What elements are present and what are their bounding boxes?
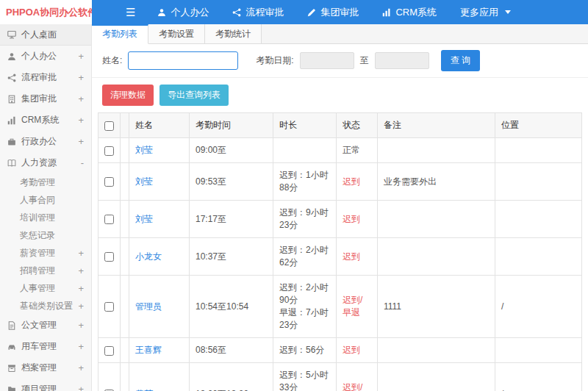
column-header-3: 状态 xyxy=(337,113,378,138)
position-cell xyxy=(495,138,582,163)
employee-name-link[interactable]: 刘莹 xyxy=(135,145,153,155)
employee-name-link[interactable]: 小龙女 xyxy=(135,251,162,262)
tab-bar: 考勤列表考勤设置考勤统计 xyxy=(92,24,588,44)
position-cell xyxy=(495,201,582,238)
sidebar-item-15[interactable]: 公文管理+ xyxy=(0,315,91,336)
expand-toggle-icon[interactable]: + xyxy=(78,341,84,352)
sidebar-item-5[interactable]: 行政办公+ xyxy=(0,131,91,152)
caret-down-icon xyxy=(505,10,511,14)
sidebar-item-13[interactable]: 人事管理+ xyxy=(0,279,91,297)
nav-item-4[interactable]: 更多应用 xyxy=(448,0,523,24)
expand-toggle-icon[interactable]: + xyxy=(78,265,84,276)
expand-toggle-icon[interactable]: + xyxy=(78,93,84,104)
note-cell xyxy=(378,363,495,391)
sidebar-item-2[interactable]: 流程审批+ xyxy=(0,67,91,88)
sidebar-item-14[interactable]: 基础类别设置+ xyxy=(0,297,91,315)
duration-cell: 迟到：2小时90分 早退：7小时23分 xyxy=(273,276,337,338)
expand-toggle-icon[interactable]: + xyxy=(78,362,84,373)
sidebar-item-7[interactable]: 考勤管理 xyxy=(0,173,91,191)
expand-toggle-icon[interactable]: + xyxy=(78,320,84,331)
sidebar-item-6[interactable]: 人力资源- xyxy=(0,152,91,173)
clean-data-button[interactable]: 清理数据 xyxy=(102,85,154,106)
row-checkbox[interactable] xyxy=(104,252,114,262)
table-row: 刘莹09:00至正常 xyxy=(98,138,582,163)
row-checkbox[interactable] xyxy=(104,146,114,156)
employee-name-link[interactable]: 黄莺 xyxy=(135,389,153,391)
sidebar-item-1[interactable]: 个人办公+ xyxy=(0,46,91,67)
attendance-time-cell: 17:17至 xyxy=(190,201,273,238)
employee-name-cell: 黄莺 xyxy=(129,363,190,391)
employee-name-cell: 管理员 xyxy=(129,276,190,338)
desktop-icon xyxy=(7,30,16,39)
row-checkbox[interactable] xyxy=(104,177,114,187)
sidebar-item-9[interactable]: 培训管理 xyxy=(0,209,91,226)
sidebar-item-label: 个人桌面 xyxy=(21,29,57,41)
nav-item-0[interactable]: 个人办公 xyxy=(146,0,220,24)
status-cell: 迟到/早退 xyxy=(337,363,378,391)
duration-cell: 迟到：1小时88分 xyxy=(273,163,337,201)
nav-item-3[interactable]: CRM系统 xyxy=(370,0,448,24)
position-cell: / xyxy=(495,276,582,338)
date-to-label: 至 xyxy=(360,54,369,67)
sidebar-item-16[interactable]: 用车管理+ xyxy=(0,336,91,357)
sidebar-item-8[interactable]: 人事合同 xyxy=(0,191,91,209)
select-all-checkbox[interactable] xyxy=(104,121,114,131)
employee-name-link[interactable]: 刘莹 xyxy=(135,176,153,187)
sidebar-item-label: 人力资源 xyxy=(21,157,57,169)
sidebar-item-17[interactable]: 档案管理+ xyxy=(0,357,91,379)
attendance-time-cell: 10:54至10:54 xyxy=(190,276,273,338)
sidebar: 个人桌面个人办公+流程审批+集团审批+CRM系统+行政办公+人力资源-考勤管理人… xyxy=(0,24,92,391)
menu-toggle-icon[interactable]: ☰ xyxy=(126,6,135,19)
briefcase-icon xyxy=(7,137,16,146)
row-checkbox-cell xyxy=(98,163,121,201)
search-button[interactable]: 查 询 xyxy=(441,50,480,71)
nav-item-1[interactable]: 流程审批 xyxy=(220,0,295,24)
tab-2[interactable]: 考勤统计 xyxy=(205,24,262,43)
employee-name-link[interactable]: 刘莹 xyxy=(135,214,153,224)
sidebar-item-4[interactable]: CRM系统+ xyxy=(0,110,91,131)
main-content: 考勤列表考勤设置考勤统计 姓名: 考勤日期: 至 查 询 清理数据 导出查询列表… xyxy=(92,24,588,391)
expand-toggle-icon[interactable]: + xyxy=(78,301,84,312)
doc-icon xyxy=(7,321,16,330)
tab-1[interactable]: 考勤设置 xyxy=(148,24,205,43)
name-filter-input[interactable] xyxy=(128,51,238,70)
expand-toggle-icon[interactable]: + xyxy=(78,51,84,62)
tab-0[interactable]: 考勤列表 xyxy=(92,24,148,44)
status-cell: 迟到/早退 xyxy=(337,276,378,338)
nav-item-2[interactable]: 集团审批 xyxy=(295,0,370,24)
nav-item-label: 更多应用 xyxy=(460,6,498,19)
sidebar-item-12[interactable]: 招聘管理+ xyxy=(0,262,91,279)
expand-toggle-icon[interactable]: + xyxy=(78,115,84,126)
sidebar-item-label: 个人办公 xyxy=(21,50,57,62)
row-checkbox[interactable] xyxy=(104,346,114,356)
sidebar-item-18[interactable]: 项目管理+ xyxy=(0,379,91,391)
row-spacer-cell xyxy=(121,276,129,338)
top-nav-menu: 个人办公流程审批集团审批CRM系统更多应用 xyxy=(146,0,523,24)
position-cell xyxy=(495,338,582,363)
expand-toggle-icon[interactable]: + xyxy=(78,248,84,259)
flow-icon xyxy=(7,73,16,82)
expand-toggle-icon[interactable]: + xyxy=(78,136,84,147)
row-spacer-cell xyxy=(121,163,129,201)
duration-cell: 迟到：9小时23分 xyxy=(273,201,337,238)
sidebar-item-label: 招聘管理 xyxy=(20,265,55,277)
row-checkbox[interactable] xyxy=(104,215,114,224)
expand-toggle-icon[interactable]: + xyxy=(78,72,84,83)
note-cell xyxy=(378,338,495,363)
attendance-time-cell: 13:20至13:20 xyxy=(190,363,273,391)
expand-toggle-icon[interactable]: + xyxy=(78,384,84,391)
expand-toggle-icon[interactable]: + xyxy=(78,283,84,294)
export-list-button[interactable]: 导出查询列表 xyxy=(159,85,229,106)
sidebar-item-10[interactable]: 奖惩记录 xyxy=(0,226,91,244)
employee-name-cell: 刘莹 xyxy=(129,201,190,238)
sidebar-item-label: 奖惩记录 xyxy=(20,229,55,242)
row-checkbox[interactable] xyxy=(104,302,114,312)
sidebar-item-3[interactable]: 集团审批+ xyxy=(0,88,91,110)
date-start-input[interactable] xyxy=(300,52,354,69)
expand-toggle-icon[interactable]: - xyxy=(81,157,84,168)
sidebar-item-0[interactable]: 个人桌面 xyxy=(0,24,91,46)
employee-name-link[interactable]: 王喜辉 xyxy=(135,345,162,355)
date-end-input[interactable] xyxy=(375,52,429,69)
employee-name-link[interactable]: 管理员 xyxy=(135,301,162,312)
sidebar-item-11[interactable]: 薪资管理+ xyxy=(0,244,91,262)
